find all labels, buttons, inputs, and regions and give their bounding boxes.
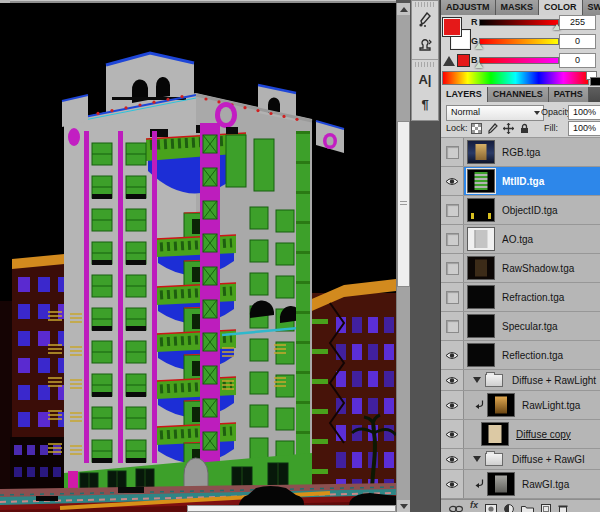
new-group-button[interactable]	[521, 500, 534, 512]
lock-pixels-button[interactable]	[486, 122, 498, 134]
eye-icon	[445, 351, 459, 360]
clone-source-panel-icon[interactable]	[412, 32, 438, 57]
visibility-toggle[interactable]	[441, 449, 464, 469]
collapsed-panels: A| ¶	[411, 0, 439, 121]
adjustment-layer-button[interactable]	[504, 500, 514, 512]
paragraph-panel-icon[interactable]: ¶	[412, 92, 438, 117]
layer-row-objectid-tga[interactable]: ObjectID.tga	[441, 196, 600, 225]
blend-mode-select[interactable]: Normal	[446, 105, 544, 121]
layer-thumbnail[interactable]	[467, 343, 495, 367]
layer-row-specular-tga[interactable]: Specular.tga	[441, 312, 600, 341]
layer-thumbnail[interactable]	[487, 472, 515, 496]
visibility-toggle[interactable]	[441, 341, 464, 369]
scroll-up-button[interactable]	[397, 3, 410, 15]
fill-value[interactable]: 100%	[568, 121, 600, 136]
thumbnail-art	[495, 397, 507, 414]
thumbnail-art	[489, 425, 502, 443]
layer-group-row-diffuse-rawgi[interactable]: Diffuse + RawGI	[441, 449, 600, 470]
scroll-down-button[interactable]	[397, 500, 410, 512]
visibility-toggle[interactable]	[441, 167, 464, 195]
layer-style-button[interactable]: fx	[470, 500, 478, 510]
layer-row-rawshadow-tga[interactable]: RawShadow.tga	[441, 254, 600, 283]
layer-row-rgb-tga[interactable]: RGB.tga	[441, 138, 600, 167]
opacity-value[interactable]: 100%	[568, 105, 600, 120]
visibility-toggle[interactable]	[441, 196, 464, 224]
tab-layers[interactable]: LAYERS	[441, 87, 488, 102]
group-expand-triangle[interactable]	[473, 456, 481, 462]
fill-label: Fill:	[544, 123, 558, 133]
visibility-toggle[interactable]	[441, 283, 464, 311]
slider-track-G[interactable]	[479, 38, 559, 45]
scroll-down-icon	[400, 504, 408, 509]
visibility-toggle[interactable]	[441, 420, 464, 448]
new-layer-button[interactable]	[541, 500, 551, 512]
gamut-warning[interactable]	[443, 54, 470, 67]
vertical-scrollbar[interactable]	[396, 3, 410, 512]
layer-thumbnail[interactable]	[467, 256, 495, 280]
layer-group-row-diffuse-rawlight[interactable]: Diffuse + RawLight	[441, 370, 600, 391]
brushes-panel-icon[interactable]	[412, 7, 438, 32]
tab-color[interactable]: COLOR	[539, 0, 583, 15]
spectrum-black-swatch[interactable]	[590, 77, 600, 86]
slider-thumb-B[interactable]	[475, 62, 483, 68]
layer-thumbnail[interactable]	[467, 198, 495, 222]
color-slider-row-r: R255	[471, 17, 596, 33]
layer-thumbnail[interactable]	[481, 422, 509, 446]
thumbnail-art	[495, 476, 507, 493]
layer-row-diffuse-copy[interactable]: Diffuse copy	[441, 420, 600, 449]
tab-adjustm[interactable]: ADJUSTM	[441, 0, 496, 15]
visibility-toggle[interactable]	[441, 391, 464, 419]
delete-layer-button[interactable]	[558, 500, 568, 512]
layer-thumbnail[interactable]	[467, 140, 495, 164]
slider-value-G[interactable]: 0	[559, 34, 596, 49]
layer-thumbnail[interactable]	[467, 314, 495, 338]
visibility-toggle[interactable]	[441, 254, 464, 282]
group-expand-triangle[interactable]	[473, 377, 481, 383]
layer-thumbnail[interactable]	[467, 169, 495, 193]
color-spectrum-ramp[interactable]	[442, 71, 589, 85]
blend-mode-value: Normal	[451, 107, 480, 117]
tab-masks[interactable]: MASKS	[496, 0, 540, 15]
layer-row-ao-tga[interactable]: AO.tga	[441, 225, 600, 254]
eye-icon	[445, 430, 459, 439]
tab-channels[interactable]: CHANNELS	[488, 87, 549, 102]
tab-swatche[interactable]: SWATCHE	[583, 0, 600, 15]
layer-row-rawlight-tga[interactable]: RawLight.tga	[441, 391, 600, 420]
web-safe-color-swatch[interactable]	[457, 54, 470, 67]
slider-track-R[interactable]	[479, 19, 559, 26]
layer-name: MtlID.tga	[502, 176, 544, 187]
layer-name: Reflection.tga	[502, 350, 563, 361]
layer-row-refraction-tga[interactable]: Refraction.tga	[441, 283, 600, 312]
slider-value-B[interactable]: 0	[559, 53, 596, 68]
layer-row-rawgi-tga[interactable]: RawGI.tga	[441, 470, 600, 499]
layer-thumbnail[interactable]	[467, 227, 495, 251]
tab-paths[interactable]: PATHS	[549, 87, 589, 102]
slider-value-R[interactable]: 255	[559, 15, 596, 30]
thumbnail-art	[470, 201, 492, 219]
panels-column: ADJUSTMMASKSCOLORSWATCHE R255G0B0 LAYERS…	[440, 0, 600, 512]
add-layer-mask-button[interactable]	[485, 500, 497, 512]
slider-track-B[interactable]	[479, 57, 559, 64]
visibility-toggle[interactable]	[441, 470, 464, 498]
visibility-toggle[interactable]	[441, 225, 464, 253]
canvas-image[interactable]	[0, 3, 396, 512]
visibility-toggle[interactable]	[441, 138, 464, 166]
lock-position-button[interactable]	[502, 122, 514, 134]
layers-footer: fx	[441, 499, 600, 512]
horizontal-scrollbar-thumb[interactable]	[187, 505, 396, 512]
layer-thumbnail[interactable]	[487, 393, 515, 417]
layer-row-mtlid-tga[interactable]: MtlID.tga	[441, 167, 600, 196]
foreground-color-swatch[interactable]	[442, 17, 462, 37]
visibility-toggle[interactable]	[441, 370, 464, 390]
layer-thumbnail[interactable]	[467, 285, 495, 309]
layer-name: Diffuse + RawGI	[512, 454, 585, 465]
lock-transparency-button[interactable]	[470, 122, 482, 134]
visibility-toggle[interactable]	[441, 312, 464, 340]
character-panel-icon[interactable]: A|	[412, 67, 438, 92]
lock-all-button[interactable]	[518, 122, 530, 134]
folder-icon	[485, 374, 503, 387]
slider-thumb-G[interactable]	[475, 43, 483, 49]
vertical-scrollbar-thumb[interactable]	[397, 121, 410, 287]
layer-row-reflection-tga[interactable]: Reflection.tga	[441, 341, 600, 370]
link-layers-button[interactable]	[449, 500, 463, 512]
